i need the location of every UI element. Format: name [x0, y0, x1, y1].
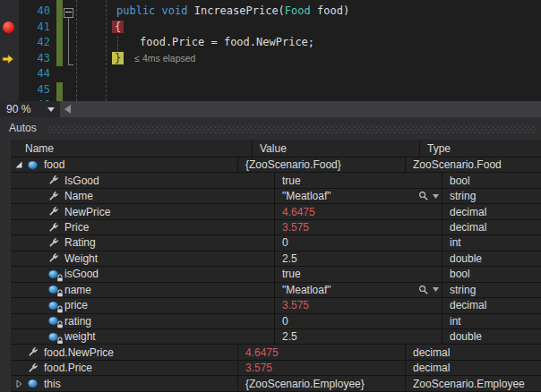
- property-icon: [47, 206, 61, 217]
- grid-header: Name Value Type: [11, 140, 541, 158]
- variable-value[interactable]: 2.5: [282, 252, 297, 265]
- variable-value[interactable]: 3.575: [282, 299, 309, 311]
- variable-value[interactable]: 2.5: [282, 330, 297, 343]
- magnifier-icon[interactable]: [418, 191, 429, 201]
- variable-value[interactable]: 4.6475: [282, 206, 315, 218]
- variable-name: rating: [64, 315, 91, 328]
- visualizer-dropdown-icon[interactable]: [433, 194, 439, 199]
- code-line-43[interactable]: 43}≤ 4ms elapsed: [0, 51, 541, 67]
- autos-row-Weight[interactable]: Weight2.5double: [11, 251, 541, 267]
- autos-row-food[interactable]: food{ZooScenario.Food}ZooScenario.Food: [11, 158, 541, 173]
- variable-value[interactable]: 0: [282, 315, 288, 328]
- variable-type: string: [450, 190, 476, 202]
- visualizer-dropdown-icon[interactable]: [433, 287, 439, 292]
- autos-row-name[interactable]: name"Meatloaf"string: [11, 283, 541, 298]
- code-line-42[interactable]: 42food.Price = food.NewPrice;: [0, 35, 541, 51]
- property-icon: [47, 191, 61, 202]
- variable-type: decimal: [450, 206, 486, 218]
- line-number: 40: [20, 4, 50, 20]
- variable-value[interactable]: {ZooScenario.Employee}: [245, 378, 365, 390]
- code-text: food.Price = food.NewPrice;: [140, 35, 314, 51]
- code-editor[interactable]: 3940public void IncreasePrice(Food food)…: [0, 0, 541, 101]
- fold-collapse-icon[interactable]: [64, 8, 73, 18]
- line-number: 45: [20, 82, 50, 98]
- change-tracking-bar: [56, 51, 63, 67]
- autos-row-food.Price[interactable]: food.Price3.575decimal: [11, 361, 541, 376]
- field-icon: [27, 159, 40, 171]
- column-header-value[interactable]: Value: [252, 140, 419, 157]
- variable-type: decimal: [450, 299, 486, 311]
- variable-value[interactable]: 3.575: [282, 221, 309, 234]
- autos-row-Rating[interactable]: Rating0int: [11, 235, 541, 251]
- autos-row-price[interactable]: price3.575decimal: [11, 298, 541, 313]
- autos-row-Name[interactable]: Name"Meatloaf"string: [11, 189, 541, 204]
- zoom-select[interactable]: 90 %: [0, 101, 60, 117]
- expander-expanded-icon[interactable]: [14, 160, 23, 169]
- code-line-46[interactable]: 46: [0, 98, 541, 101]
- autos-titlebar[interactable]: Autos: [0, 117, 541, 140]
- change-tracking-bar: [56, 98, 63, 101]
- titlebar-grip-dots: [47, 124, 536, 133]
- code-line-41[interactable]: 41{: [0, 20, 541, 36]
- variable-value[interactable]: 3.575: [245, 362, 272, 374]
- variable-type: decimal: [413, 346, 450, 359]
- field-private-icon: [47, 284, 61, 295]
- variable-name: Name: [64, 190, 93, 202]
- expander-slot[interactable]: [14, 160, 27, 169]
- autos-row-weight[interactable]: weight2.5double: [11, 329, 541, 345]
- line-number: 46: [20, 98, 50, 101]
- code-line-40[interactable]: 40public void IncreasePrice(Food food): [0, 4, 541, 20]
- value-visualizer-tools[interactable]: [418, 189, 439, 203]
- editor-horizontal-scrollbar[interactable]: 90 %: [0, 101, 541, 117]
- line-number: 41: [20, 20, 50, 36]
- autos-row-Price[interactable]: Price3.575decimal: [11, 220, 541, 235]
- variable-value[interactable]: 4.6475: [245, 346, 279, 359]
- variable-value[interactable]: {ZooScenario.Food}: [245, 158, 341, 171]
- line-number: 42: [20, 35, 50, 51]
- autos-row-food.NewPrice[interactable]: food.NewPrice4.6475decimal: [11, 345, 541, 360]
- wrench-icon: [47, 252, 59, 264]
- variable-value[interactable]: "Meatloaf": [282, 284, 331, 296]
- variable-name: Price: [64, 221, 89, 234]
- code-line-44[interactable]: 44: [0, 66, 541, 82]
- variable-value[interactable]: true: [282, 268, 301, 280]
- change-tracking-bar: [56, 35, 63, 51]
- column-header-name[interactable]: Name: [11, 140, 252, 157]
- property-icon: [47, 222, 61, 234]
- autos-row-NewPrice[interactable]: NewPrice4.6475decimal: [11, 204, 541, 219]
- variable-type: bool: [450, 268, 470, 280]
- variable-type: bool: [450, 175, 470, 187]
- autos-row-rating[interactable]: rating0int: [11, 314, 541, 329]
- magnifier-icon[interactable]: [418, 285, 429, 295]
- code-text: }≤ 4ms elapsed: [112, 51, 195, 67]
- breakpoint-icon[interactable]: [3, 21, 14, 33]
- variable-name: Rating: [64, 236, 96, 249]
- autos-row-this[interactable]: this{ZooScenario.Employee}ZooScenario.Em…: [11, 376, 541, 391]
- expander-slot[interactable]: [14, 379, 27, 388]
- expander-collapsed-icon[interactable]: [14, 379, 23, 388]
- chevron-down-icon[interactable]: [47, 107, 55, 112]
- variable-type: int: [450, 236, 461, 249]
- variable-value[interactable]: "Meatloaf": [282, 190, 331, 202]
- line-number: 43: [20, 51, 50, 67]
- change-tracking-bar: [56, 4, 63, 20]
- variable-value[interactable]: true: [282, 175, 301, 187]
- wrench-icon: [47, 222, 59, 234]
- variable-name: food.NewPrice: [44, 346, 114, 359]
- value-visualizer-tools[interactable]: [418, 283, 439, 297]
- scroll-left-arrow-icon[interactable]: [64, 105, 71, 114]
- column-header-type[interactable]: Type: [419, 140, 541, 157]
- lock-icon: [56, 320, 64, 328]
- variable-name: price: [64, 299, 88, 311]
- line-number: 44: [20, 66, 50, 82]
- autos-row-IsGood[interactable]: IsGoodtruebool: [11, 173, 541, 188]
- code-line-45[interactable]: 45: [0, 82, 541, 98]
- field-icon: [27, 378, 40, 389]
- autos-row-isGood[interactable]: isGoodtruebool: [11, 267, 541, 282]
- property-icon: [47, 252, 61, 264]
- variable-type: decimal: [413, 362, 450, 374]
- variable-value[interactable]: 0: [282, 236, 288, 249]
- autos-title: Autos: [9, 117, 37, 139]
- autos-window: Autos Name Value Type food{ZooScenario.F…: [0, 117, 541, 392]
- wrench-icon: [27, 346, 39, 358]
